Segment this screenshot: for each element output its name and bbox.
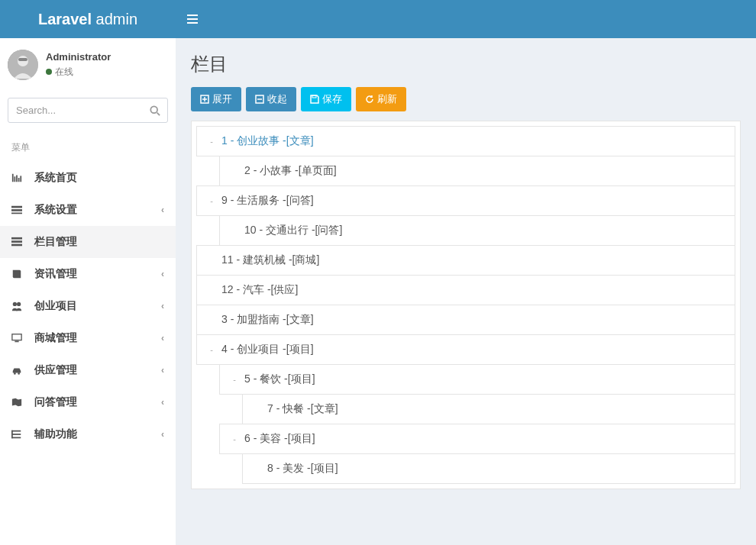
tree-node-label: 3 - 加盟指南 -[文章] (221, 313, 314, 327)
menu-toggle-button[interactable] (176, 14, 209, 24)
svg-rect-8 (12, 174, 14, 182)
svg-rect-25 (11, 431, 21, 432)
refresh-icon (365, 95, 374, 104)
tree-node[interactable]: 12 - 汽车 -[供应] (196, 275, 735, 305)
users-icon (11, 301, 28, 311)
save-icon (310, 95, 319, 104)
app-header: Laravel admin (0, 0, 756, 38)
svg-point-6 (150, 106, 157, 113)
svg-rect-22 (15, 341, 18, 343)
search-icon[interactable] (150, 105, 160, 116)
svg-point-19 (13, 302, 17, 306)
avatar[interactable] (8, 50, 38, 80)
toolbar: 展开 收起 保存 刷新 (176, 87, 756, 121)
refresh-button[interactable]: 刷新 (356, 87, 406, 111)
sidebar-item-label: 系统设置 (34, 203, 77, 217)
sidebar-item-3[interactable]: 资讯管理‹ (0, 258, 176, 290)
cogs-icon (11, 205, 28, 215)
list-icon (11, 237, 28, 247)
logo[interactable]: Laravel admin (0, 11, 176, 28)
search-input[interactable] (8, 98, 168, 123)
sidebar-item-6[interactable]: 供应管理‹ (0, 354, 176, 386)
sidebar-item-label: 创业项目 (34, 299, 77, 313)
th-icon (11, 429, 28, 440)
search-box (8, 98, 168, 123)
tree-node-label: 5 - 餐饮 -[项目] (244, 372, 315, 386)
tree-toggle-icon[interactable]: - (206, 345, 217, 354)
tree-node[interactable]: 3 - 加盟指南 -[文章] (196, 305, 735, 335)
sidebar-item-label: 商城管理 (34, 331, 77, 345)
logo-bold: Laravel (38, 11, 92, 27)
tree-node-label: 9 - 生活服务 -[问答] (221, 194, 314, 208)
tree-node[interactable]: 11 - 建筑机械 -[商城] (196, 245, 735, 276)
tree-node[interactable]: -9 - 生活服务 -[问答] (196, 185, 735, 216)
sidebar-item-5[interactable]: 商城管理‹ (0, 322, 176, 354)
main-content: 栏目 展开 收起 保存 刷新 -1 - 创业故事 -[文章]2 - 小故事 -[… (176, 38, 756, 489)
sidebar-item-4[interactable]: 创业项目‹ (0, 290, 176, 322)
expand-button[interactable]: 展开 (191, 87, 241, 111)
svg-rect-11 (18, 178, 20, 182)
page-title: 栏目 (176, 38, 756, 87)
svg-line-7 (157, 112, 160, 115)
tree-node[interactable]: -5 - 餐饮 -[项目] (219, 364, 735, 395)
tree-node[interactable]: -6 - 美容 -[项目] (219, 424, 735, 454)
collapse-button[interactable]: 收起 (246, 87, 296, 111)
tree-node[interactable]: -4 - 创业项目 -[项目] (196, 334, 735, 365)
tree-node[interactable]: 8 - 美发 -[项目] (242, 453, 735, 484)
user-status: 在线 (46, 66, 111, 79)
svg-rect-13 (11, 206, 22, 208)
tree-node[interactable]: 2 - 小故事 -[单页面] (219, 156, 735, 186)
user-panel: Administrator 在线 (0, 38, 176, 92)
category-tree: -1 - 创业故事 -[文章]2 - 小故事 -[单页面]-9 - 生活服务 -… (196, 126, 735, 484)
sidebar-item-0[interactable]: 系统首页 (0, 162, 176, 194)
chevron-left-icon: ‹ (161, 333, 164, 343)
svg-point-23 (14, 372, 16, 375)
tree-toggle-icon[interactable]: - (206, 137, 217, 146)
bars-icon (11, 173, 28, 183)
tree-node-label: 2 - 小故事 -[单页面] (244, 164, 337, 178)
tree-node[interactable]: 10 - 交通出行 -[问答] (219, 215, 735, 246)
desktop-icon (11, 333, 28, 343)
user-status-text: 在线 (55, 66, 73, 77)
tree-node[interactable]: 7 - 快餐 -[文章] (242, 394, 735, 424)
svg-rect-18 (11, 244, 22, 247)
tree-node-label: 8 - 美发 -[项目] (267, 462, 338, 476)
tree-node-label: 4 - 创业项目 -[项目] (221, 343, 314, 356)
plus-square-icon (200, 95, 209, 104)
svg-rect-15 (11, 213, 22, 214)
tree-node-label: 10 - 交通出行 -[问答] (244, 224, 342, 237)
sidebar-item-1[interactable]: 系统设置‹ (0, 194, 176, 226)
chevron-left-icon: ‹ (161, 269, 164, 279)
tree-node-label: 6 - 美容 -[项目] (244, 432, 315, 446)
svg-rect-1 (187, 18, 198, 20)
svg-rect-26 (11, 434, 21, 435)
svg-point-20 (17, 302, 21, 306)
tree-toggle-icon[interactable]: - (229, 375, 240, 384)
svg-rect-2 (187, 22, 198, 24)
svg-rect-5 (18, 58, 27, 61)
svg-rect-27 (11, 437, 21, 439)
tree-toggle-icon[interactable]: - (229, 434, 240, 443)
sidebar-item-2[interactable]: 栏目管理 (0, 226, 176, 258)
tree-node[interactable]: -1 - 创业故事 -[文章] (196, 126, 735, 156)
chevron-left-icon: ‹ (161, 429, 164, 440)
minus-square-icon (255, 95, 264, 104)
sidebar-item-label: 辅助功能 (34, 427, 77, 441)
logo-light: admin (92, 11, 137, 27)
sidebar-item-8[interactable]: 辅助功能‹ (0, 418, 176, 450)
tree-node-label: 11 - 建筑机械 -[商城] (221, 253, 319, 267)
tree-node-label: 12 - 汽车 -[供应] (221, 283, 298, 297)
car-icon (11, 365, 28, 376)
tree-toggle-icon[interactable]: - (206, 196, 217, 205)
refresh-label: 刷新 (377, 92, 397, 106)
chevron-left-icon: ‹ (161, 397, 164, 408)
sidebar-item-label: 资讯管理 (34, 267, 77, 281)
map-icon (11, 397, 28, 408)
save-label: 保存 (322, 92, 342, 106)
sidebar-item-7[interactable]: 问答管理‹ (0, 386, 176, 418)
tree-box: -1 - 创业故事 -[文章]2 - 小故事 -[单页面]-9 - 生活服务 -… (191, 121, 741, 489)
menu-header: 菜单 (0, 134, 176, 162)
tree-node-label: 7 - 快餐 -[文章] (267, 402, 338, 416)
sidebar-item-label: 供应管理 (34, 363, 77, 377)
save-button[interactable]: 保存 (301, 87, 351, 111)
